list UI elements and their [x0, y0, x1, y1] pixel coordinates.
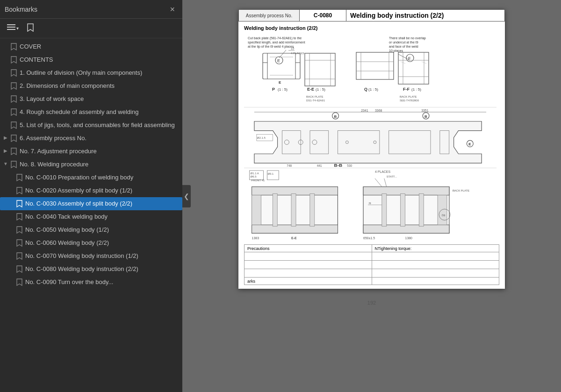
svg-text:1380: 1380 [405, 236, 413, 240]
bookmark-item-item5[interactable]: 5. List of jigs, tools, and consumables … [0, 119, 182, 132]
bookmark-item-item8-c050[interactable]: No. C-0050 Welding body (1/2) [0, 223, 182, 236]
svg-rect-105 [419, 194, 424, 227]
sidebar: Bookmarks × COVERCONTENTS1. Outline of d… [0, 0, 182, 392]
bookmark-icon-item8-c010 [15, 173, 23, 181]
svg-text:F-F: F-F [403, 87, 410, 92]
svg-text:B-B: B-B [334, 163, 343, 168]
doc-title: Welding body instruction (2/2) [346, 10, 505, 21]
svg-rect-103 [382, 194, 387, 227]
bookmark-item-item8-c060[interactable]: No. C-0060 Welding body (2/2) [0, 236, 182, 249]
bookmark-item-cover[interactable]: COVER [0, 40, 182, 53]
svg-text:748: 748 [287, 164, 292, 167]
svg-text:E: E [279, 80, 281, 85]
bookmark-icon-item1 [9, 68, 18, 77]
bookmark-item-item6[interactable]: 6. Assembly process No. [0, 132, 182, 145]
svg-rect-34 [356, 52, 394, 79]
process-no-label: Assembly process No. [239, 10, 300, 21]
bookmark-item-item8-c030[interactable]: No. C-0030 Assembly of split body (2/2) [0, 197, 182, 210]
bookmark-item-item8[interactable]: No. 8. Welding procedure [0, 158, 182, 171]
bookmark-item-item7[interactable]: No. 7. Adjustment procedure [0, 145, 182, 158]
svg-text:(1 : 5): (1 : 5) [411, 87, 421, 92]
svg-text:⑦8: ⑦8 [441, 214, 446, 217]
precautions-label: Precautions [245, 245, 372, 252]
bookmark-item-contents[interactable]: CONTENTS [0, 53, 182, 66]
bookmark-item-item8-c080[interactable]: No. C-0080 Welding body instruction (2/2… [0, 263, 182, 276]
sidebar-header: Bookmarks × [0, 0, 182, 19]
diagram-middle: 2341 3368 3351 B B E E [244, 107, 499, 168]
bookmark-toggle-item8-c050[interactable] [7, 225, 15, 226]
svg-rect-102 [438, 195, 447, 225]
svg-rect-93 [310, 194, 315, 227]
sidebar-collapse-button[interactable]: ❮ [182, 185, 191, 207]
expand-toolbar-button[interactable] [4, 22, 22, 35]
svg-text:There shall be no overlap: There shall be no overlap [389, 36, 426, 40]
svg-rect-92 [291, 194, 296, 227]
bookmark-item-item8-c010[interactable]: No. C-0010 Preparation of welding body [0, 171, 182, 184]
bookmark-text-item1: 1. Outline of division (Only main compon… [18, 68, 179, 77]
bookmark-toggle-item8-c010[interactable] [7, 173, 15, 174]
bookmark-item-item8-c090[interactable]: No. C-0090 Turn over the body... [0, 276, 182, 289]
bookmark-icon-item8 [9, 160, 18, 168]
bookmark-icon-cover [9, 42, 18, 50]
bookmark-text-item3: 3. Layout of work space [18, 94, 179, 103]
bookmark-item-item3[interactable]: 3. Layout of work space [0, 93, 182, 106]
svg-text:E: E [468, 142, 471, 146]
section-title: Welding body instruction (2/2) [244, 25, 499, 31]
bookmark-toggle-item2[interactable] [2, 81, 9, 82]
bookmark-toggle-item8-c090[interactable] [7, 278, 15, 278]
bookmark-toggle-item8-c060[interactable] [7, 238, 15, 239]
svg-text:E-E: E-E [307, 87, 314, 92]
bookmark-toggle-item4[interactable] [2, 107, 9, 108]
bookmark-toggle-item8-c080[interactable] [7, 264, 15, 265]
svg-text:BACK PLATE: BACK PLATE [453, 189, 469, 192]
bookmark-toggle-item8-c020[interactable] [7, 186, 15, 187]
bookmark-text-item6: 6. Assembly process No. [18, 134, 179, 143]
svg-text:E-E: E-E [291, 236, 297, 240]
bookmark-icon-item8-c070 [15, 251, 23, 260]
svg-text:Ø1.1 A: Ø1.1 A [251, 172, 259, 175]
bookmark-toggle-contents[interactable] [2, 55, 9, 56]
svg-text:specified length, and add rein: specified length, and add reinforcement [248, 41, 305, 44]
svg-rect-91 [273, 194, 277, 227]
bookmark-toolbar-button[interactable] [24, 21, 37, 36]
main-content: ❮ Assembly process No. C-0080 Welding bo… [182, 0, 561, 392]
svg-text:STATT...: STATT... [387, 175, 397, 178]
svg-text:at the tip of the t9 weld 4 pl: at the tip of the t9 weld 4 places [248, 45, 294, 49]
svg-text:Ø6.5: Ø6.5 [251, 175, 257, 178]
bookmark-toggle-item5[interactable] [2, 121, 9, 121]
bookmark-toggle-item8-c040[interactable] [7, 212, 15, 213]
bookmark-list: COVERCONTENTS1. Outline of division (Onl… [0, 38, 182, 392]
close-button[interactable]: × [167, 4, 178, 14]
bookmark-text-item5: 5. List of jigs, tools, and consumables … [18, 121, 179, 129]
bookmark-item-item8-c020[interactable]: No. C-0020 Assembly of split body (1/2) [0, 184, 182, 197]
expand-icon [7, 24, 15, 33]
bookmark-text-cover: COVER [18, 42, 179, 51]
bookmark-item-item2[interactable]: 2. Dimensions of main components [0, 79, 182, 93]
svg-rect-90 [252, 195, 261, 225]
bookmark-toggle-item8[interactable] [2, 160, 9, 167]
svg-text:15: 15 [291, 47, 295, 50]
sidebar-title: Bookmarks [5, 6, 37, 13]
bookmark-item-item8-c070[interactable]: No. C-0070 Welding body instruction (1/2… [0, 249, 182, 263]
bookmark-toggle-item7[interactable] [2, 147, 9, 154]
bookmark-item-item4[interactable]: 4. Rough schedule of assembly and weldin… [0, 106, 182, 119]
svg-text:BACK PLATE: BACK PLATE [400, 95, 417, 98]
bookmark-text-item8-c070: No. C-0070 Welding body instruction (1/2… [23, 251, 179, 260]
marks-label: arks [245, 278, 372, 285]
svg-rect-101 [363, 225, 449, 233]
bookmark-toggle-cover[interactable] [2, 42, 9, 43]
svg-text:(1 : 5): (1 : 5) [278, 87, 288, 92]
doc-header-table: Assembly process No. C-0080 Welding body… [238, 9, 505, 21]
bookmark-item-item1[interactable]: 1. Outline of division (Only main compon… [0, 66, 182, 79]
bookmark-toggle-item3[interactable] [2, 94, 9, 95]
svg-text:441: 441 [317, 164, 322, 167]
bookmark-toggle-item8-c030[interactable] [7, 199, 15, 200]
bookmark-item-item8-c040[interactable]: No. C-0040 Tack welding body [0, 210, 182, 223]
bookmark-toggle-item8-c070[interactable] [7, 251, 15, 252]
bookmark-text-item8-c090: No. C-0090 Turn over the body... [23, 278, 179, 286]
bookmark-toggle-item1[interactable] [2, 68, 9, 69]
bookmark-toggle-item6[interactable] [2, 134, 9, 141]
svg-text:P: P [272, 87, 275, 92]
bookmark-text-item8-c020: No. C-0020 Assembly of split body (1/2) [23, 186, 179, 195]
svg-text:Cut back plate (581-74-62A81) : Cut back plate (581-74-62A81) to the [248, 36, 302, 40]
